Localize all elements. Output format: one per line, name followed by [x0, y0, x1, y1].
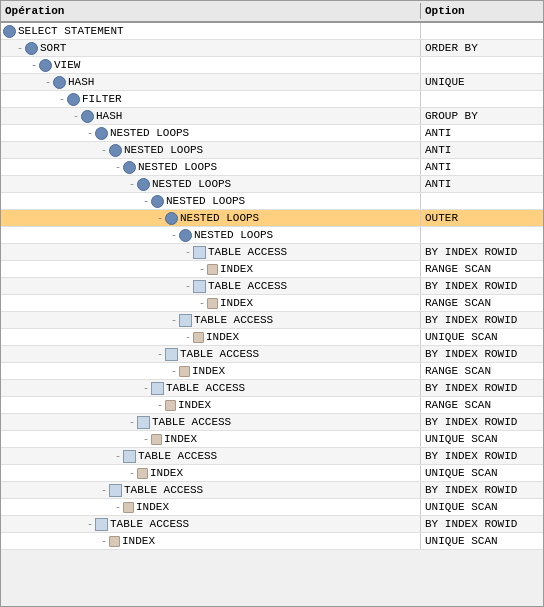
table-row[interactable]: - INDEXUNIQUE SCAN: [1, 533, 543, 550]
cell-option: [421, 57, 543, 73]
execution-plan-table: Opération Option SELECT STATEMENT- SORTO…: [0, 0, 544, 607]
gear-icon: [165, 212, 178, 225]
table-row[interactable]: - INDEXRANGE SCAN: [1, 261, 543, 278]
table-row[interactable]: - NESTED LOOPS: [1, 227, 543, 244]
tree-connector-icon: -: [157, 349, 165, 360]
table-row[interactable]: - NESTED LOOPSANTI: [1, 176, 543, 193]
index-icon: [193, 332, 204, 343]
table-row[interactable]: - TABLE ACCESSBY INDEX ROWID: [1, 346, 543, 363]
option-label: BY INDEX ROWID: [425, 450, 517, 462]
option-label: BY INDEX ROWID: [425, 382, 517, 394]
table-row[interactable]: - INDEXUNIQUE SCAN: [1, 329, 543, 346]
option-label: BY INDEX ROWID: [425, 280, 517, 292]
option-label: UNIQUE SCAN: [425, 433, 498, 445]
option-label: BY INDEX ROWID: [425, 348, 517, 360]
cell-operation: - INDEX: [1, 533, 421, 549]
gear-icon: [179, 229, 192, 242]
table-row[interactable]: - INDEXRANGE SCAN: [1, 397, 543, 414]
index-icon: [109, 536, 120, 547]
option-label: BY INDEX ROWID: [425, 484, 517, 496]
table-row[interactable]: SELECT STATEMENT: [1, 23, 543, 40]
cell-operation: - FILTER: [1, 91, 421, 107]
gear-icon: [67, 93, 80, 106]
table-row[interactable]: - INDEXRANGE SCAN: [1, 363, 543, 380]
index-icon: [165, 400, 176, 411]
table-row[interactable]: - HASHUNIQUE: [1, 74, 543, 91]
tree-connector-icon: -: [129, 468, 137, 479]
gear-icon: [39, 59, 52, 72]
gear-icon: [95, 127, 108, 140]
table-row[interactable]: - HASHGROUP BY: [1, 108, 543, 125]
cell-option: GROUP BY: [421, 108, 543, 124]
tree-connector-icon: -: [87, 519, 95, 530]
table-row[interactable]: - INDEXUNIQUE SCAN: [1, 431, 543, 448]
table-icon: [151, 382, 164, 395]
operation-label: TABLE ACCESS: [124, 484, 203, 496]
table-icon: [123, 450, 136, 463]
cell-operation: - INDEX: [1, 363, 421, 379]
table-row[interactable]: - FILTER: [1, 91, 543, 108]
operation-label: NESTED LOOPS: [194, 229, 273, 241]
cell-option: BY INDEX ROWID: [421, 482, 543, 498]
cell-option: BY INDEX ROWID: [421, 380, 543, 396]
operation-label: INDEX: [220, 297, 253, 309]
gear-icon: [123, 161, 136, 174]
table-row[interactable]: - TABLE ACCESSBY INDEX ROWID: [1, 312, 543, 329]
table-row[interactable]: - TABLE ACCESSBY INDEX ROWID: [1, 244, 543, 261]
table-row[interactable]: - TABLE ACCESSBY INDEX ROWID: [1, 414, 543, 431]
cell-operation: - VIEW: [1, 57, 421, 73]
tree-connector-icon: -: [31, 60, 39, 71]
table-row[interactable]: - INDEXUNIQUE SCAN: [1, 499, 543, 516]
option-label: BY INDEX ROWID: [425, 314, 517, 326]
cell-operation: - TABLE ACCESS: [1, 448, 421, 464]
gear-icon: [137, 178, 150, 191]
table-row[interactable]: - TABLE ACCESSBY INDEX ROWID: [1, 278, 543, 295]
cell-operation: - INDEX: [1, 431, 421, 447]
table-row[interactable]: - INDEXRANGE SCAN: [1, 295, 543, 312]
tree-connector-icon: -: [185, 247, 193, 258]
table-row[interactable]: - VIEW: [1, 57, 543, 74]
tree-connector-icon: -: [101, 536, 109, 547]
table-row[interactable]: - TABLE ACCESSBY INDEX ROWID: [1, 380, 543, 397]
cell-option: BY INDEX ROWID: [421, 516, 543, 532]
table-row[interactable]: - TABLE ACCESSBY INDEX ROWID: [1, 516, 543, 533]
tree-connector-icon: -: [59, 94, 67, 105]
cell-operation: - TABLE ACCESS: [1, 414, 421, 430]
table-row[interactable]: - TABLE ACCESSBY INDEX ROWID: [1, 482, 543, 499]
table-row[interactable]: - SORTORDER BY: [1, 40, 543, 57]
option-label: ORDER BY: [425, 42, 478, 54]
table-icon: [109, 484, 122, 497]
tree-connector-icon: -: [115, 162, 123, 173]
cell-operation: - SORT: [1, 40, 421, 56]
cell-operation: - HASH: [1, 74, 421, 90]
table-row[interactable]: - NESTED LOOPSANTI: [1, 142, 543, 159]
operation-label: NESTED LOOPS: [110, 127, 189, 139]
option-label: ANTI: [425, 144, 451, 156]
tree-connector-icon: -: [157, 400, 165, 411]
option-label: BY INDEX ROWID: [425, 246, 517, 258]
table-row[interactable]: - NESTED LOOPSANTI: [1, 159, 543, 176]
operation-label: TABLE ACCESS: [194, 314, 273, 326]
cell-option: UNIQUE SCAN: [421, 499, 543, 515]
option-label: UNIQUE SCAN: [425, 331, 498, 343]
table-row[interactable]: - NESTED LOOPSOUTER: [1, 210, 543, 227]
cell-option: OUTER: [421, 210, 543, 226]
operation-label: SELECT STATEMENT: [18, 25, 124, 37]
table-row[interactable]: - TABLE ACCESSBY INDEX ROWID: [1, 448, 543, 465]
cell-option: UNIQUE SCAN: [421, 465, 543, 481]
table-row[interactable]: - NESTED LOOPSANTI: [1, 125, 543, 142]
option-label: RANGE SCAN: [425, 297, 491, 309]
table-body[interactable]: SELECT STATEMENT- SORTORDER BY- VIEW- HA…: [1, 23, 543, 607]
table-row[interactable]: - NESTED LOOPS: [1, 193, 543, 210]
operation-label: TABLE ACCESS: [138, 450, 217, 462]
operation-label: INDEX: [150, 467, 183, 479]
tree-connector-icon: -: [185, 281, 193, 292]
option-label: UNIQUE SCAN: [425, 467, 498, 479]
tree-connector-icon: -: [157, 213, 165, 224]
operation-label: NESTED LOOPS: [166, 195, 245, 207]
operation-label: TABLE ACCESS: [152, 416, 231, 428]
table-row[interactable]: - INDEXUNIQUE SCAN: [1, 465, 543, 482]
operation-label: INDEX: [136, 501, 169, 513]
cell-option: BY INDEX ROWID: [421, 278, 543, 294]
cell-operation: SELECT STATEMENT: [1, 23, 421, 39]
